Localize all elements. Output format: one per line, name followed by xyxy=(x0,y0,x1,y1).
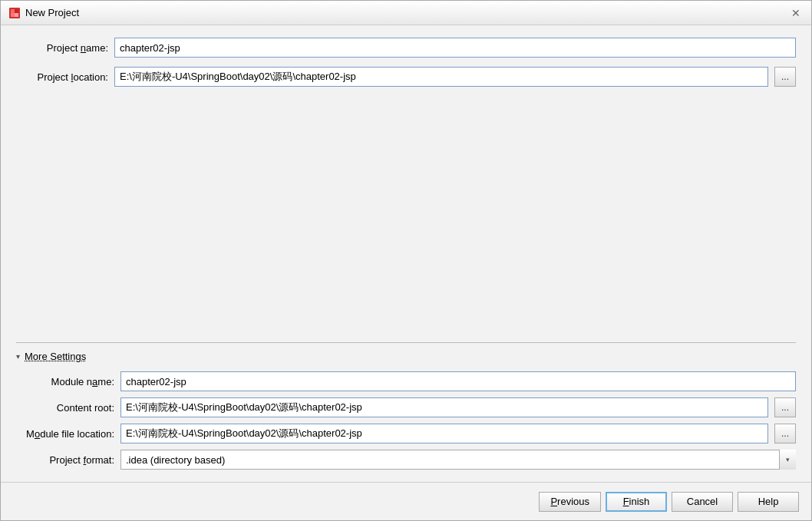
module-name-row: Module name: xyxy=(22,371,796,391)
module-file-location-label: Module file location: xyxy=(22,428,114,440)
finish-label: Finish xyxy=(623,496,650,507)
content-root-browse-button[interactable]: ... xyxy=(774,397,796,417)
content-root-label: Content root: xyxy=(22,402,114,414)
svg-rect-1 xyxy=(11,9,15,13)
module-file-location-input[interactable] xyxy=(120,424,768,444)
previous-label: Previous xyxy=(550,496,589,507)
cancel-button[interactable]: Cancel xyxy=(672,492,733,512)
help-button[interactable]: Help xyxy=(738,492,799,512)
more-settings-fields: Module name: Content root: ... Module fi… xyxy=(16,371,796,470)
project-format-row: Project format: .idea (directory based) … xyxy=(22,450,796,470)
dialog-title: New Project xyxy=(25,7,79,18)
help-label: Help xyxy=(758,496,779,507)
project-location-input[interactable] xyxy=(114,67,768,87)
project-name-row: Project name: xyxy=(16,38,796,58)
previous-button[interactable]: Previous xyxy=(539,492,601,512)
dialog-footer: Previous Finish Cancel Help xyxy=(1,482,811,520)
close-button[interactable]: ✕ xyxy=(788,5,804,21)
new-project-dialog: New Project ✕ Project name: Project loca… xyxy=(0,0,812,521)
content-root-input[interactable] xyxy=(120,397,768,417)
module-name-input[interactable] xyxy=(120,371,796,391)
finish-button[interactable]: Finish xyxy=(606,492,667,512)
project-location-row: Project location: ... xyxy=(16,67,796,87)
svg-rect-2 xyxy=(15,13,18,17)
module-name-label: Module name: xyxy=(22,376,114,387)
project-name-label: Project name: xyxy=(16,42,108,54)
more-settings-toggle-icon: ▾ xyxy=(16,352,20,361)
module-file-location-row: Module file location: ... xyxy=(22,424,796,444)
project-name-input[interactable] xyxy=(114,38,796,58)
title-bar: New Project ✕ xyxy=(1,1,811,25)
app-icon xyxy=(8,7,21,19)
project-location-browse-button[interactable]: ... xyxy=(774,67,796,87)
more-settings-section: ▾ More Settings Module name: Content roo… xyxy=(16,342,796,470)
more-settings-label: More Settings xyxy=(25,351,86,362)
project-format-select[interactable]: .idea (directory based) Eclipse (.classp… xyxy=(120,450,796,470)
project-location-label: Project location: xyxy=(16,71,108,83)
project-format-label: Project format: xyxy=(22,454,114,466)
cancel-label: Cancel xyxy=(687,496,718,507)
more-settings-header[interactable]: ▾ More Settings xyxy=(16,349,796,364)
content-root-row: Content root: ... xyxy=(22,397,796,417)
project-format-wrapper: .idea (directory based) Eclipse (.classp… xyxy=(120,450,796,470)
svg-rect-4 xyxy=(15,9,18,13)
svg-rect-3 xyxy=(11,13,15,17)
dialog-content: Project name: Project location: ... ▾ Mo… xyxy=(1,25,811,482)
module-file-location-browse-button[interactable]: ... xyxy=(774,424,796,444)
spacer xyxy=(16,96,796,333)
